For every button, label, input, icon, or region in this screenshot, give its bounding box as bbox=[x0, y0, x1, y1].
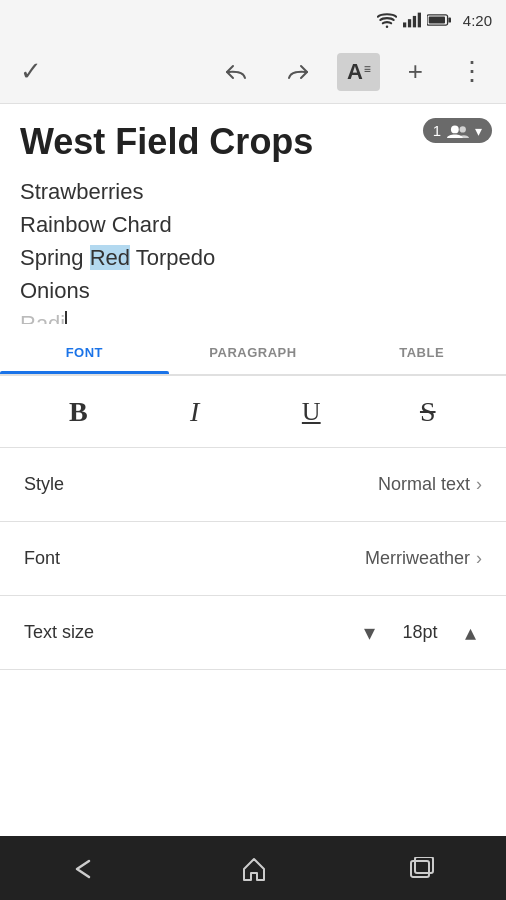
style-value: Normal text bbox=[378, 474, 470, 495]
svg-point-8 bbox=[451, 125, 459, 133]
toolbar-left: ✓ bbox=[12, 48, 50, 95]
status-time: 4:20 bbox=[463, 12, 492, 29]
textsize-label: Text size bbox=[24, 622, 358, 643]
font-label: Font bbox=[24, 548, 60, 569]
status-icons: 4:20 bbox=[377, 12, 492, 29]
svg-point-9 bbox=[460, 126, 466, 132]
highlighted-word: Red bbox=[90, 245, 130, 270]
underline-button[interactable]: U bbox=[285, 386, 337, 438]
home-button[interactable] bbox=[221, 844, 287, 891]
style-chevron-icon: › bbox=[476, 474, 482, 495]
strikethrough-button[interactable]: S bbox=[402, 386, 454, 438]
textsize-value: 18pt bbox=[395, 622, 445, 643]
format-text-icon[interactable]: A≡ bbox=[337, 53, 380, 91]
style-row[interactable]: Style Normal text › bbox=[0, 448, 506, 522]
doc-line-5: Radi​ bbox=[20, 307, 486, 324]
back-button[interactable] bbox=[51, 845, 119, 891]
textsize-increase-button[interactable]: ▴ bbox=[459, 616, 482, 650]
collaborator-icon bbox=[447, 123, 469, 139]
tab-font[interactable]: FONT bbox=[0, 331, 169, 374]
collab-chevron-icon: ▾ bbox=[475, 123, 482, 139]
bottom-nav bbox=[0, 836, 506, 900]
check-icon[interactable]: ✓ bbox=[12, 48, 50, 95]
font-value: Merriweather bbox=[365, 548, 470, 569]
status-bar: 4:20 bbox=[0, 0, 506, 40]
italic-button[interactable]: I bbox=[169, 386, 221, 438]
redo-icon[interactable] bbox=[277, 51, 317, 93]
svg-rect-10 bbox=[411, 861, 429, 877]
add-icon[interactable]: + bbox=[400, 48, 431, 95]
collaborator-badge[interactable]: 1 ▾ bbox=[423, 118, 492, 143]
svg-point-0 bbox=[386, 25, 389, 28]
document-title: West Field Crops bbox=[20, 120, 486, 163]
format-tabs: FONT PARAGRAPH TABLE bbox=[0, 324, 506, 376]
textsize-controls: ▾ 18pt ▴ bbox=[358, 616, 482, 650]
more-icon[interactable]: ⋮ bbox=[451, 48, 494, 95]
toolbar-right: A≡ + ⋮ bbox=[217, 48, 494, 95]
textsize-decrease-button[interactable]: ▾ bbox=[358, 616, 381, 650]
toolbar: ✓ A≡ + ⋮ bbox=[0, 40, 506, 104]
font-chevron-icon: › bbox=[476, 548, 482, 569]
doc-line-3: Spring Red Torpedo bbox=[20, 241, 486, 274]
svg-rect-7 bbox=[448, 17, 451, 22]
document-area: West Field Crops Strawberries Rainbow Ch… bbox=[0, 104, 506, 324]
doc-line-2: Rainbow Chard bbox=[20, 208, 486, 241]
format-buttons-row: B I U S bbox=[0, 376, 506, 448]
textsize-row: Text size ▾ 18pt ▴ bbox=[0, 596, 506, 670]
svg-rect-2 bbox=[408, 19, 411, 27]
signal-icon bbox=[403, 12, 421, 28]
collab-count: 1 bbox=[433, 122, 441, 139]
svg-rect-4 bbox=[418, 13, 421, 28]
undo-icon[interactable] bbox=[217, 51, 257, 93]
font-value-group: Merriweather › bbox=[365, 548, 482, 569]
style-value-group: Normal text › bbox=[378, 474, 482, 495]
doc-line-4: Onions bbox=[20, 274, 486, 307]
doc-line-1: Strawberries bbox=[20, 175, 486, 208]
svg-rect-6 bbox=[429, 17, 445, 24]
svg-rect-3 bbox=[413, 16, 416, 27]
document-content: Strawberries Rainbow Chard Spring Red To… bbox=[20, 175, 486, 324]
recent-apps-button[interactable] bbox=[389, 845, 455, 891]
style-label: Style bbox=[24, 474, 64, 495]
wifi-icon bbox=[377, 12, 397, 28]
svg-rect-11 bbox=[415, 857, 433, 873]
battery-icon bbox=[427, 13, 451, 27]
tab-table[interactable]: TABLE bbox=[337, 331, 506, 374]
tab-paragraph[interactable]: PARAGRAPH bbox=[169, 331, 338, 374]
font-row[interactable]: Font Merriweather › bbox=[0, 522, 506, 596]
svg-rect-1 bbox=[403, 22, 406, 27]
bold-button[interactable]: B bbox=[52, 386, 104, 438]
